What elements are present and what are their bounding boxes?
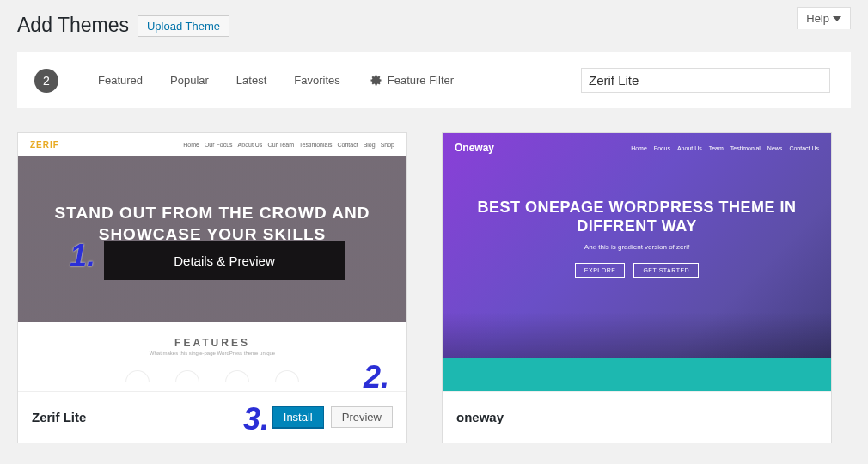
theme-card-oneway[interactable]: Oneway Home Focus About Us Team Testimon…: [442, 132, 832, 443]
preview-button[interactable]: Preview: [331, 406, 393, 428]
theme-card-zerif-lite[interactable]: ZERIF Home Our Focus About Us Our Team T…: [17, 132, 407, 443]
preview-features-title: FEATURES: [174, 337, 250, 349]
page-title: Add Themes: [17, 9, 129, 37]
theme-preview: ZERIF Home Our Focus About Us Our Team T…: [18, 133, 406, 391]
upload-theme-button[interactable]: Upload Theme: [138, 15, 229, 37]
search-input[interactable]: [581, 68, 830, 93]
gear-icon: [370, 74, 382, 87]
results-count-badge: 2: [34, 69, 58, 93]
preview-getstarted-button: GET STARTED: [633, 263, 699, 278]
help-label: Help: [806, 12, 829, 25]
annotation-3: 3.: [243, 401, 269, 437]
filter-featured[interactable]: Featured: [93, 74, 148, 87]
preview-nav: Home Our Focus About Us Our Team Testimo…: [183, 142, 394, 148]
install-button[interactable]: Install: [272, 406, 324, 428]
filter-latest[interactable]: Latest: [231, 74, 272, 87]
feature-filter-button[interactable]: Feature Filter: [370, 74, 454, 87]
theme-preview: Oneway Home Focus About Us Team Testimon…: [443, 133, 831, 391]
theme-name: oneway: [456, 410, 504, 424]
help-tab[interactable]: Help: [797, 7, 851, 29]
filter-favorites[interactable]: Favorites: [289, 74, 345, 87]
preview-brand-logo: Oneway: [455, 142, 494, 154]
filter-popular[interactable]: Popular: [165, 74, 214, 87]
chevron-down-icon: [833, 16, 841, 21]
feature-filter-label: Feature Filter: [388, 74, 454, 87]
preview-features-sub: What makes this single-page WordPress th…: [150, 351, 275, 356]
preview-hero-title: BEST ONEPAGE WORDPRESS THEME IN DIFFRENT…: [468, 198, 805, 236]
preview-brand-logo: ZERIF: [30, 140, 59, 150]
preview-nav: Home Focus About Us Team Testimonial New…: [631, 145, 819, 151]
filter-bar: 2 Featured Popular Latest Favorites Feat…: [17, 52, 851, 108]
preview-explore-button: EXPLORE: [575, 263, 626, 278]
preview-hero-title: STAND OUT FROM THE CROWD AND SHOWCASE YO…: [18, 203, 406, 245]
details-preview-button[interactable]: Details & Preview: [104, 241, 345, 280]
preview-hero-sub: And this is gradient version of zerif: [584, 243, 689, 251]
theme-name: Zerif Lite: [32, 410, 86, 424]
